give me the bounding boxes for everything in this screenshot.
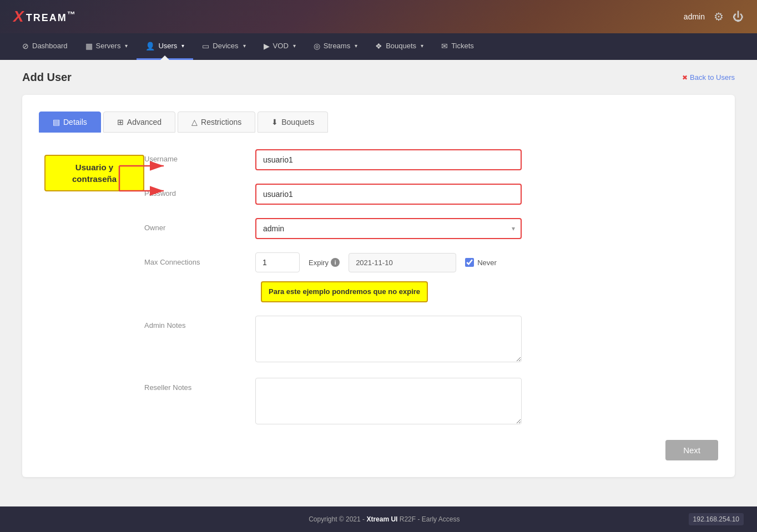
- servers-chevron: ▾: [125, 43, 128, 49]
- users-icon: 👤: [145, 42, 155, 50]
- password-input[interactable]: [255, 184, 522, 205]
- back-to-users-link[interactable]: ✖ Back to Users: [682, 73, 735, 82]
- form-main: Username Password Owner: [144, 149, 718, 460]
- nav-item-streams[interactable]: ◎ Streams ▾: [305, 33, 366, 60]
- never-checkbox-label: Never: [465, 258, 497, 267]
- arrow-usuario: [119, 160, 208, 210]
- tab-restrictions[interactable]: △ Restrictions: [178, 112, 255, 133]
- users-chevron: ▾: [181, 43, 184, 49]
- callout-usuario: Usuario y contraseña: [44, 155, 144, 191]
- nav-item-devices[interactable]: ▭ Devices ▾: [193, 33, 254, 60]
- max-connections-inline: Expiry i Never Para este e: [255, 252, 522, 302]
- never-label: Never: [477, 259, 497, 267]
- streams-icon: ◎: [314, 42, 320, 50]
- max-connections-label: Max Connections: [144, 252, 255, 266]
- settings-icon[interactable]: ⚙: [714, 10, 724, 23]
- tab-advanced-icon: ⊞: [117, 118, 124, 126]
- back-label: Back to Users: [690, 73, 735, 82]
- owner-group: Owner admin user1 user2 ▾: [144, 218, 718, 239]
- nav-label-servers: Servers: [96, 42, 121, 50]
- nav-item-tickets[interactable]: ✉ Tickets: [432, 33, 483, 60]
- tickets-icon: ✉: [441, 42, 448, 50]
- vod-chevron: ▾: [293, 43, 296, 49]
- nav-label-tickets: Tickets: [451, 42, 474, 50]
- nav: ⊘ Dashboard ▦ Servers ▾ 👤 Users ▾ ▭ Devi…: [0, 33, 757, 60]
- logo-tm: ™: [67, 9, 77, 19]
- tabs: ▤ Details ⊞ Advanced △ Restrictions ⬇ Bo…: [39, 112, 718, 133]
- vod-icon: ▶: [264, 42, 270, 50]
- tab-details[interactable]: ▤ Details: [39, 112, 101, 133]
- tab-bouquets-label: Bouquets: [281, 118, 314, 126]
- devices-chevron: ▾: [243, 43, 246, 49]
- main-content: Add User ✖ Back to Users ▤ Details ⊞ Adv…: [0, 60, 757, 506]
- devices-icon: ▭: [202, 42, 209, 50]
- tab-details-icon: ▤: [53, 118, 60, 126]
- page-header: Add User ✖ Back to Users: [22, 71, 735, 84]
- tab-bouquets-icon: ⬇: [271, 118, 278, 126]
- bouquets-chevron: ▾: [421, 43, 423, 49]
- admin-notes-group: Admin Notes: [144, 316, 718, 364]
- nav-label-bouquets: Bouquets: [386, 42, 416, 50]
- header: X TREAM™ admin ⚙ ⏻: [0, 0, 757, 33]
- admin-notes-textarea[interactable]: [255, 316, 522, 362]
- tab-details-label: Details: [63, 118, 87, 126]
- callout-never-text: Para este ejemplo pondremos que no expir…: [261, 281, 428, 302]
- form-footer: Next: [144, 440, 718, 460]
- username-control: [255, 149, 522, 170]
- streams-chevron: ▾: [355, 43, 357, 49]
- tab-restrictions-label: Restrictions: [201, 118, 241, 126]
- username-input[interactable]: [255, 149, 522, 170]
- footer-brand: Xtream UI: [366, 515, 397, 523]
- header-username: admin: [684, 12, 705, 21]
- reseller-notes-control: [255, 378, 522, 427]
- nav-item-users[interactable]: 👤 Users ▾: [137, 33, 193, 60]
- footer-ip: 192.168.254.10: [689, 513, 744, 525]
- power-icon[interactable]: ⏻: [733, 11, 744, 23]
- reseller-notes-textarea[interactable]: [255, 378, 522, 424]
- next-button[interactable]: Next: [665, 440, 718, 460]
- nav-label-streams: Streams: [324, 42, 350, 50]
- logo: X TREAM™: [13, 8, 77, 26]
- callout-never-wrapper: Para este ejemplo pondremos que no expir…: [261, 281, 428, 302]
- servers-icon: ▦: [85, 42, 93, 50]
- nav-label-users: Users: [158, 42, 177, 50]
- nav-item-bouquets[interactable]: ❖ Bouquets ▾: [366, 33, 432, 60]
- expiry-label-text: Expiry i: [309, 258, 340, 267]
- logo-text: TREAM™: [26, 9, 77, 24]
- reseller-notes-label: Reseller Notes: [144, 378, 255, 392]
- max-connections-group: Max Connections Expiry i Never: [144, 252, 718, 302]
- admin-notes-control: [255, 316, 522, 364]
- tab-advanced-label: Advanced: [127, 118, 162, 126]
- bouquets-icon: ❖: [375, 42, 382, 50]
- never-checkbox-input[interactable]: [465, 258, 474, 267]
- owner-label: Owner: [144, 218, 255, 232]
- back-icon: ✖: [682, 74, 688, 82]
- owner-select-wrapper: admin user1 user2 ▾: [255, 218, 522, 239]
- dashboard-icon: ⊘: [22, 42, 29, 50]
- admin-notes-label: Admin Notes: [144, 316, 255, 330]
- owner-control: admin user1 user2 ▾: [255, 218, 522, 239]
- nav-item-servers[interactable]: ▦ Servers ▾: [77, 33, 137, 60]
- logo-x: X: [13, 8, 24, 26]
- nav-item-dashboard[interactable]: ⊘ Dashboard: [13, 33, 77, 60]
- reseller-notes-group: Reseller Notes: [144, 378, 718, 427]
- expiry-date-input[interactable]: [349, 253, 456, 272]
- nav-label-devices: Devices: [213, 42, 238, 50]
- footer-text: Copyright © 2021 - Xtream UI R22F - Earl…: [80, 515, 689, 523]
- header-right: admin ⚙ ⏻: [684, 10, 744, 23]
- max-connections-input[interactable]: [255, 252, 300, 272]
- nav-label-dashboard: Dashboard: [32, 42, 68, 50]
- tab-advanced[interactable]: ⊞ Advanced: [103, 112, 175, 133]
- tab-bouquets[interactable]: ⬇ Bouquets: [258, 112, 328, 133]
- tab-restrictions-icon: △: [191, 118, 198, 126]
- nav-label-vod: VOD: [273, 42, 289, 50]
- expiry-info-icon[interactable]: i: [331, 258, 340, 267]
- footer: Copyright © 2021 - Xtream UI R22F - Earl…: [0, 506, 757, 532]
- max-connections-control: Expiry i Never Para este e: [255, 252, 522, 302]
- password-control: [255, 184, 522, 205]
- username-group: Username: [144, 149, 718, 170]
- password-group: Password: [144, 184, 718, 205]
- nav-item-vod[interactable]: ▶ VOD ▾: [255, 33, 305, 60]
- form-card: ▤ Details ⊞ Advanced △ Restrictions ⬇ Bo…: [22, 95, 735, 477]
- owner-select[interactable]: admin user1 user2: [255, 218, 522, 239]
